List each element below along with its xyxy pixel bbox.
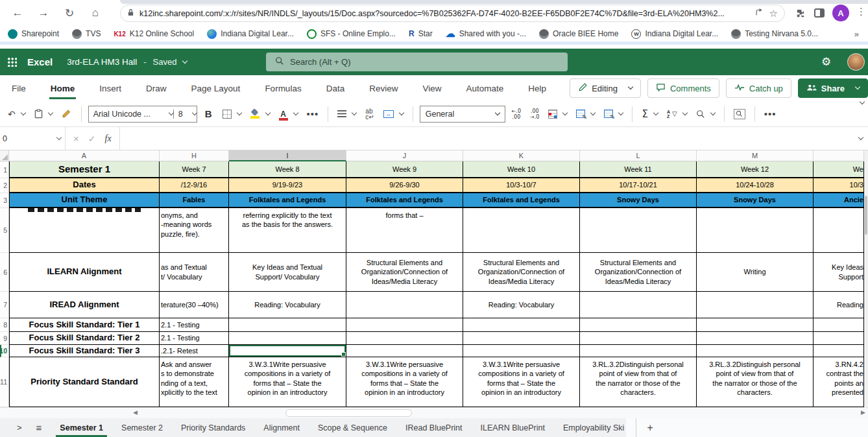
cell-N1[interactable]: We [814,161,864,178]
forward-icon[interactable]: → [36,6,51,20]
cell-N5[interactable] [814,208,864,253]
cell-N7[interactable]: Reading [814,292,864,318]
font-name-dropdown[interactable]: Arial Unicode ... [89,110,165,119]
cell-I11[interactable]: 3.W.3.1Write persuasive compositions in … [229,357,346,407]
bookmark-item[interactable]: RStar [409,29,433,39]
cell-L9[interactable] [580,332,697,345]
column-header-N[interactable] [814,150,864,161]
insert-function-icon[interactable]: fx [105,134,112,144]
cell-I6[interactable]: Key Ideas and Textual Support/ Vocabular… [229,253,346,292]
cell-I9[interactable] [229,332,346,345]
sheet-nav-chevron-icon[interactable]: > [17,423,22,432]
cell-L1[interactable]: Week 11 [580,161,697,178]
cell-K6[interactable]: Structural Elements and Organization/Con… [463,253,580,292]
cell-M3[interactable]: Snowy Days [697,193,814,208]
format-as-table-dropdown[interactable] [573,108,597,120]
enter-icon[interactable]: ✓ [88,134,96,144]
cell-H11[interactable]: Ask and answer s to demonstrate nding of… [160,357,229,407]
bookmark-item[interactable]: ☁Shared with you -... [446,29,526,39]
sheet-tab-priority-standards[interactable]: Priority Standards [181,423,245,432]
cell-A1[interactable]: Semester 1 [9,161,160,178]
cell-H9[interactable]: 2.1 - Testing [160,332,229,345]
cell-L10[interactable] [580,345,697,357]
bookmarks-overflow-chevron[interactable]: » [854,29,859,39]
cell-M9[interactable] [697,332,814,345]
cell-H10[interactable]: .2.1- Retest [160,345,229,357]
bookmark-star-icon[interactable]: ☆ [769,8,778,19]
bookmark-item[interactable]: Testing Nirvana 5.0... [731,29,818,39]
ribbon-tab-view[interactable]: View [421,78,442,99]
column-header-I[interactable]: I [229,150,346,161]
cell-K7[interactable]: Reading: Vocabulary [463,292,580,318]
cell-A5[interactable] [9,208,160,253]
cell-M8[interactable] [697,318,814,332]
cell-K2[interactable]: 10/3-10/7 [463,178,580,193]
ribbon-tab-data[interactable]: Data [325,78,346,99]
ribbon-tab-review[interactable]: Review [368,78,399,99]
home-icon[interactable]: ⌂ [88,6,102,20]
column-header-H[interactable]: H [160,150,229,161]
add-sheet-button[interactable]: + [647,422,653,434]
cell-J9[interactable] [346,332,463,345]
borders-dropdown[interactable] [220,108,244,121]
column-header-M[interactable]: M [697,150,814,161]
cell-J6[interactable]: Structural Elements and Organization/Con… [346,253,463,292]
ribbon-tab-automate[interactable]: Automate [464,78,505,99]
cell-H1[interactable]: Week 7 [160,161,229,178]
column-header-K[interactable]: K [463,150,580,161]
bookmark-item[interactable]: Indiana Digital Lear... [207,29,294,39]
cell-A8[interactable]: Focus Skill Standard: Tier 1 [9,318,160,332]
app-launcher-icon[interactable] [7,57,17,67]
cell-M10[interactable] [697,345,814,357]
send-page-icon[interactable] [754,8,764,19]
ribbon-tab-file[interactable]: File [10,78,27,99]
scroll-right-arrow-icon[interactable]: ▶ [861,409,865,416]
cell-styles-dropdown[interactable] [601,108,625,120]
cell-K10[interactable] [463,345,580,357]
name-box[interactable]: 0 [0,127,65,150]
cell-J8[interactable] [346,318,463,332]
cell-M2[interactable]: 10/24-10/28 [697,178,814,193]
column-header-A[interactable]: A [9,150,160,161]
font-size-dropdown[interactable]: 8 [173,110,189,119]
sheet-tab-semester-2[interactable]: Semester 2 [121,423,163,432]
cell-A2[interactable]: Dates [9,178,160,193]
cell-N8[interactable] [814,318,864,332]
account-avatar[interactable] [847,53,865,71]
scroll-left-arrow-icon[interactable]: ◀ [133,409,138,416]
ribbon-tab-page-layout[interactable]: Page Layout [190,78,242,99]
cell-L8[interactable] [580,318,697,332]
row-header-7[interactable]: 7 [0,292,9,318]
formula-input[interactable] [119,127,852,150]
cell-N11[interactable]: 3.RN.4.2 contrast the points an presente… [814,357,864,407]
cell-K5[interactable] [463,208,580,253]
cell-H5[interactable]: onyms, and -meaning words puzzle, fire). [160,208,229,253]
bookmark-item[interactable]: K12K12 Online School [114,29,194,39]
font-color-dropdown[interactable]: A [276,108,300,121]
increase-decimal-button[interactable]: .00 →.0 [527,106,542,122]
cell-K1[interactable]: Week 10 [463,161,580,178]
merge-cells-dropdown[interactable]: ↔ [381,108,406,120]
paste-button[interactable] [32,107,55,121]
cell-L5[interactable] [580,208,697,253]
row-header-8[interactable]: 8 [0,318,9,332]
browser-menu-icon[interactable]: ⋮ [856,6,866,18]
ribbon-tab-help[interactable]: Help [527,78,548,99]
cell-I8[interactable] [229,318,346,332]
cell-I7[interactable]: Reading: Vocabulary [229,292,346,318]
vertical-scrollbar[interactable] [864,150,868,407]
cell-J10[interactable] [346,345,463,357]
back-icon[interactable]: ← [10,6,25,20]
cell-J2[interactable]: 9/26-9/30 [346,178,463,193]
sheet-tab-iread-blueprint[interactable]: IRead BluePrint [405,423,463,432]
cell-I1[interactable]: Week 8 [229,161,346,178]
cell-A7[interactable]: IREAD Alignment [9,292,160,318]
vertical-scrollbar-thumb[interactable] [865,196,867,235]
bookmark-item[interactable]: SFS - Online Emplo... [307,29,396,39]
conditional-formatting-dropdown[interactable] [546,108,570,121]
row-header-9[interactable]: 9 [0,332,9,345]
alignment-dropdown[interactable] [335,108,359,119]
browser-profile-avatar[interactable]: A [832,5,849,21]
reload-icon[interactable]: ↻ [62,6,77,20]
row-header-5[interactable]: 5 [0,208,9,253]
